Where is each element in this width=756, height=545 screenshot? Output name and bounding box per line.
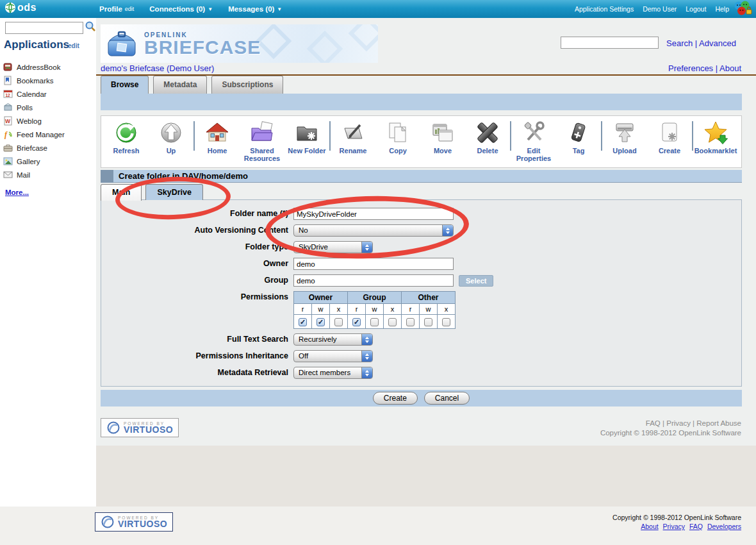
group-select-button[interactable]: Select [459, 275, 493, 287]
sidebar-item-bookmarks[interactable]: Bookmarks [3, 74, 96, 87]
sidebar-item-calendar[interactable]: 12 Calendar [3, 87, 96, 101]
perm-checkbox-group-w[interactable] [370, 318, 379, 326]
privacy-link[interactable]: Privacy [666, 419, 691, 427]
select-stepper-icon [442, 225, 453, 236]
toolbar-create[interactable]: Create [647, 120, 692, 155]
topbar-right-menu: Application Settings Demo User Logout He… [575, 0, 729, 18]
toolbar-rename[interactable]: Rename [331, 120, 375, 155]
permissions-inheritance-select[interactable]: Off [293, 350, 373, 362]
addressbook-icon [3, 62, 13, 72]
virtuoso-logo[interactable]: POWERED BY VIRTUOSO [101, 418, 179, 437]
briefcase-logo-icon [104, 26, 139, 61]
sidebar-item-mail[interactable]: Mail [3, 168, 96, 181]
sidebar-item-gallery[interactable]: Gallery [3, 155, 96, 168]
demo-user-link[interactable]: Demo User [643, 5, 677, 13]
owner-label: Owner [101, 258, 293, 270]
advanced-search-link[interactable]: Advanced [699, 38, 736, 48]
auto-versioning-select[interactable]: No [293, 224, 454, 237]
virtuoso-logo-bottom[interactable]: POWERED BY VIRTUOSO [95, 512, 173, 532]
connections-menu[interactable]: Connections (0)▼ [149, 5, 213, 13]
tab-metadata[interactable]: Metadata [153, 76, 207, 94]
application-settings-link[interactable]: Application Settings [575, 5, 634, 13]
sidebar-item-feed-manager[interactable]: f Feed Manager [3, 128, 96, 141]
group-input[interactable] [293, 274, 454, 287]
up-icon [158, 120, 184, 146]
virtuoso-swirl-icon [101, 515, 115, 529]
toolbar-home[interactable]: Home [195, 120, 240, 155]
preferences-link[interactable]: Preferences [668, 63, 713, 73]
permissions-table: Owner Group Other r w x r w x r w x ✓ [293, 291, 456, 329]
full-text-search-label: Full Text Search [101, 333, 293, 346]
faq-link[interactable]: FAQ [646, 419, 661, 427]
sidebar-item-briefcase[interactable]: Briefcase [3, 141, 96, 155]
metadata-retrieval-select[interactable]: Direct members [293, 367, 373, 379]
brand-briefcase: BRIEFCASE [144, 38, 261, 56]
toolbar-move[interactable]: Move [420, 120, 465, 155]
about-link-bottom[interactable]: About [641, 523, 658, 530]
delete-icon [475, 120, 500, 146]
ods-logo[interactable]: ods [4, 2, 37, 13]
caret-down-icon: ▼ [277, 6, 282, 12]
toolbar-edit-properties[interactable]: Edit Properties [511, 120, 556, 162]
sidebar-item-addressbook[interactable]: AddressBook [3, 60, 96, 74]
folder-name-input[interactable] [293, 208, 454, 220]
search-link[interactable]: Search [666, 38, 693, 48]
more-link[interactable]: More... [5, 189, 29, 196]
perm-checkbox-group-r[interactable]: ✓ [352, 318, 361, 326]
toolbar-upload[interactable]: Upload [602, 120, 647, 155]
tab-subscriptions[interactable]: Subscriptions [211, 76, 283, 94]
perm-checkbox-owner-r[interactable]: ✓ [299, 318, 307, 326]
logout-link[interactable]: Logout [686, 5, 706, 13]
perm-checkbox-owner-w[interactable]: ✓ [316, 318, 325, 326]
perm-checkbox-other-x[interactable] [442, 318, 450, 326]
cancel-button[interactable]: Cancel [424, 392, 470, 405]
tab-main[interactable]: Main [101, 184, 142, 201]
full-text-search-select[interactable]: Recursively [293, 333, 373, 346]
toolbar-shared-resources[interactable]: Shared Resources [240, 120, 284, 162]
tab-browse[interactable]: Browse [101, 76, 149, 94]
hexagon-decoration [349, 24, 378, 51]
select-stepper-icon [361, 242, 372, 253]
move-icon [430, 120, 456, 146]
privacy-link-bottom[interactable]: Privacy [663, 523, 685, 530]
toolbar-refresh[interactable]: Refresh [104, 120, 149, 155]
sidebar-search-input[interactable] [5, 22, 83, 34]
ods-logo-text: ods [17, 2, 37, 13]
about-link[interactable]: About [719, 63, 741, 73]
page: ods Profileedit Connections (0)▼ Message… [0, 0, 756, 545]
messages-menu[interactable]: Messages (0)▼ [228, 5, 282, 13]
toolbar-bookmarklet[interactable]: Bookmarklet [693, 120, 738, 155]
toolbar-tag[interactable]: Tag [556, 120, 601, 155]
toolbar-new-folder[interactable]: New Folder [284, 120, 329, 155]
search-icon[interactable] [85, 21, 96, 32]
perm-checkbox-other-w[interactable] [424, 318, 432, 326]
sidebar-item-weblog[interactable]: W Weblog [3, 114, 96, 128]
perm-checkbox-other-r[interactable] [406, 318, 415, 326]
toolbar-copy[interactable]: Copy [375, 120, 420, 155]
ods-faces-icon[interactable] [733, 1, 752, 20]
bottom-copyright: Copyright © 1998-2012 OpenLink Software [612, 513, 741, 522]
gallery-icon [3, 156, 13, 166]
toolbar-up[interactable]: Up [149, 120, 193, 155]
svg-text:W: W [5, 118, 11, 124]
faq-link-bottom[interactable]: FAQ [689, 523, 703, 530]
header-search-input[interactable] [561, 37, 659, 49]
applications-edit-link[interactable]: edit [68, 42, 79, 49]
toolbar-delete[interactable]: Delete [465, 120, 510, 155]
tab-underbar [101, 94, 742, 110]
permissions-col-owner: Owner [294, 292, 348, 304]
create-button[interactable]: Create [373, 392, 418, 405]
owner-input[interactable] [293, 258, 454, 270]
report-abuse-link[interactable]: Report Abuse [696, 419, 741, 427]
tab-skydrive[interactable]: SkyDrive [145, 184, 203, 200]
bottom-footer: Copyright © 1998-2012 OpenLink Software … [612, 513, 741, 531]
developers-link-bottom[interactable]: Developers [707, 523, 741, 530]
bookmarklet-icon [703, 120, 728, 146]
sidebar-item-polls[interactable]: Polls [3, 101, 96, 114]
perm-checkbox-group-x[interactable] [388, 318, 397, 326]
perm-checkbox-owner-x[interactable] [334, 318, 343, 326]
help-link[interactable]: Help [715, 5, 729, 13]
breadcrumb[interactable]: demo's Briefcase (Demo User) [101, 63, 214, 73]
folder-type-select[interactable]: SkyDrive [293, 241, 373, 253]
profile-menu[interactable]: Profileedit [99, 5, 134, 13]
